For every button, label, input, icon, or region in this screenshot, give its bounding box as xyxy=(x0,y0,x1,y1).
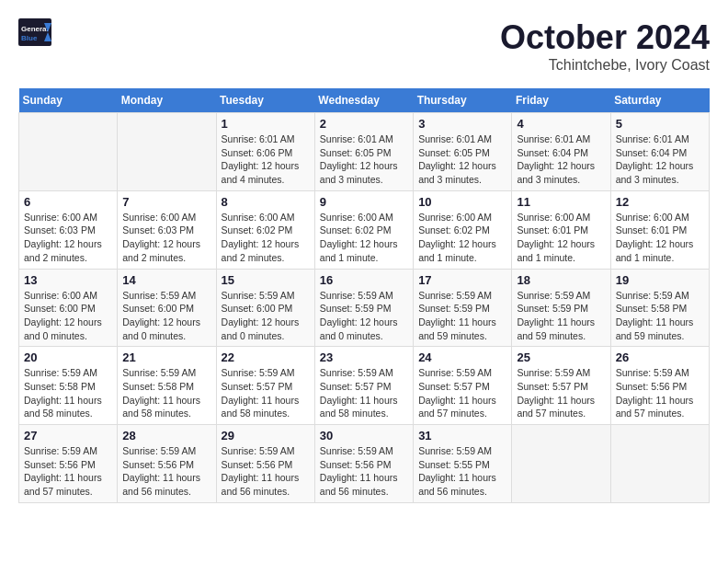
calendar-cell: 1Sunrise: 6:01 AM Sunset: 6:06 PM Daylig… xyxy=(216,113,314,191)
calendar-cell: 10Sunrise: 6:00 AM Sunset: 6:02 PM Dayli… xyxy=(414,190,512,269)
day-info: Sunrise: 6:01 AM Sunset: 6:05 PM Dayligh… xyxy=(320,132,408,187)
day-number: 12 xyxy=(616,195,704,209)
calendar-cell: 11Sunrise: 6:00 AM Sunset: 6:01 PM Dayli… xyxy=(512,190,610,269)
day-info: Sunrise: 5:59 AM Sunset: 5:59 PM Dayligh… xyxy=(517,289,605,343)
day-info: Sunrise: 6:00 AM Sunset: 6:03 PM Dayligh… xyxy=(122,211,210,265)
svg-text:General: General xyxy=(21,25,49,33)
calendar-cell: 20Sunrise: 5:59 AM Sunset: 5:58 PM Dayli… xyxy=(19,347,118,425)
calendar-cell: 29Sunrise: 5:59 AM Sunset: 5:56 PM Dayli… xyxy=(216,425,314,503)
logo-icon: General Blue xyxy=(18,18,51,46)
day-number: 17 xyxy=(418,273,506,287)
calendar-cell: 21Sunrise: 5:59 AM Sunset: 5:58 PM Dayli… xyxy=(118,347,216,425)
day-info: Sunrise: 5:59 AM Sunset: 5:57 PM Dayligh… xyxy=(320,366,408,420)
calendar-cell: 27Sunrise: 5:59 AM Sunset: 5:56 PM Dayli… xyxy=(19,425,118,503)
day-number: 24 xyxy=(418,350,506,364)
page-header: General Blue October 2024 Tchintchebe, I… xyxy=(18,18,710,74)
day-number: 3 xyxy=(418,117,506,131)
day-number: 9 xyxy=(320,195,408,209)
calendar-cell xyxy=(19,113,118,191)
day-number: 20 xyxy=(24,350,112,364)
day-info: Sunrise: 6:00 AM Sunset: 6:02 PM Dayligh… xyxy=(222,211,310,265)
calendar-cell: 12Sunrise: 6:00 AM Sunset: 6:01 PM Dayli… xyxy=(610,190,709,269)
calendar-cell xyxy=(512,425,610,503)
calendar-cell: 6Sunrise: 6:00 AM Sunset: 6:03 PM Daylig… xyxy=(19,190,118,269)
calendar-cell: 2Sunrise: 6:01 AM Sunset: 6:05 PM Daylig… xyxy=(314,113,413,191)
day-number: 13 xyxy=(24,273,112,287)
calendar-cell: 24Sunrise: 5:59 AM Sunset: 5:57 PM Dayli… xyxy=(414,347,512,425)
calendar-cell xyxy=(610,425,709,503)
calendar-cell xyxy=(118,113,216,191)
day-number: 7 xyxy=(122,195,210,209)
calendar-cell: 28Sunrise: 5:59 AM Sunset: 5:56 PM Dayli… xyxy=(118,425,216,503)
calendar-cell: 4Sunrise: 6:01 AM Sunset: 6:04 PM Daylig… xyxy=(512,113,610,191)
day-info: Sunrise: 5:59 AM Sunset: 5:56 PM Dayligh… xyxy=(222,444,310,499)
calendar-cell: 3Sunrise: 6:01 AM Sunset: 6:05 PM Daylig… xyxy=(414,113,512,191)
calendar-week-5: 27Sunrise: 5:59 AM Sunset: 5:56 PM Dayli… xyxy=(19,425,710,503)
calendar-cell: 15Sunrise: 5:59 AM Sunset: 6:00 PM Dayli… xyxy=(216,269,314,347)
day-info: Sunrise: 5:59 AM Sunset: 5:58 PM Dayligh… xyxy=(24,366,112,420)
day-number: 23 xyxy=(320,350,408,364)
calendar-week-4: 20Sunrise: 5:59 AM Sunset: 5:58 PM Dayli… xyxy=(19,347,710,425)
day-info: Sunrise: 5:59 AM Sunset: 5:57 PM Dayligh… xyxy=(222,366,310,420)
day-number: 19 xyxy=(616,273,704,287)
location-title: Tchintchebe, Ivory Coast xyxy=(500,57,710,74)
weekday-header-thursday: Thursday xyxy=(414,88,512,113)
day-number: 31 xyxy=(418,429,506,442)
day-info: Sunrise: 5:59 AM Sunset: 5:59 PM Dayligh… xyxy=(320,289,408,343)
day-info: Sunrise: 5:59 AM Sunset: 5:58 PM Dayligh… xyxy=(122,366,210,420)
day-number: 11 xyxy=(517,195,605,209)
day-info: Sunrise: 5:59 AM Sunset: 5:58 PM Dayligh… xyxy=(616,289,704,343)
day-info: Sunrise: 5:59 AM Sunset: 5:56 PM Dayligh… xyxy=(122,444,210,499)
day-number: 10 xyxy=(418,195,506,209)
calendar-cell: 17Sunrise: 5:59 AM Sunset: 5:59 PM Dayli… xyxy=(414,269,512,347)
weekday-header-sunday: Sunday xyxy=(19,88,118,113)
day-number: 4 xyxy=(517,117,605,131)
calendar-week-2: 6Sunrise: 6:00 AM Sunset: 6:03 PM Daylig… xyxy=(19,190,710,269)
day-info: Sunrise: 6:00 AM Sunset: 6:02 PM Dayligh… xyxy=(418,211,506,265)
weekday-header-monday: Monday xyxy=(118,88,216,113)
weekday-header-row: SundayMondayTuesdayWednesdayThursdayFrid… xyxy=(19,88,710,113)
day-number: 15 xyxy=(222,273,310,287)
calendar-cell: 19Sunrise: 5:59 AM Sunset: 5:58 PM Dayli… xyxy=(610,269,709,347)
day-number: 26 xyxy=(616,350,704,364)
day-info: Sunrise: 6:01 AM Sunset: 6:06 PM Dayligh… xyxy=(222,132,310,187)
day-number: 27 xyxy=(24,429,112,442)
day-number: 2 xyxy=(320,117,408,131)
day-info: Sunrise: 5:59 AM Sunset: 5:56 PM Dayligh… xyxy=(24,444,112,499)
calendar-week-3: 13Sunrise: 6:00 AM Sunset: 6:00 PM Dayli… xyxy=(19,269,710,347)
day-number: 25 xyxy=(517,350,605,364)
svg-text:Blue: Blue xyxy=(21,34,38,42)
weekday-header-tuesday: Tuesday xyxy=(216,88,314,113)
calendar-cell: 18Sunrise: 5:59 AM Sunset: 5:59 PM Dayli… xyxy=(512,269,610,347)
calendar-cell: 23Sunrise: 5:59 AM Sunset: 5:57 PM Dayli… xyxy=(314,347,413,425)
day-info: Sunrise: 5:59 AM Sunset: 5:55 PM Dayligh… xyxy=(418,444,506,499)
day-number: 5 xyxy=(616,117,704,131)
weekday-header-saturday: Saturday xyxy=(610,88,709,113)
weekday-header-wednesday: Wednesday xyxy=(314,88,413,113)
calendar-cell: 30Sunrise: 5:59 AM Sunset: 5:56 PM Dayli… xyxy=(314,425,413,503)
calendar-cell: 22Sunrise: 5:59 AM Sunset: 5:57 PM Dayli… xyxy=(216,347,314,425)
day-info: Sunrise: 6:00 AM Sunset: 6:01 PM Dayligh… xyxy=(517,211,605,265)
day-info: Sunrise: 6:00 AM Sunset: 6:03 PM Dayligh… xyxy=(24,211,112,265)
day-number: 1 xyxy=(222,117,310,131)
month-title: October 2024 xyxy=(500,18,710,57)
day-info: Sunrise: 5:59 AM Sunset: 5:59 PM Dayligh… xyxy=(418,289,506,343)
day-number: 29 xyxy=(222,429,310,442)
calendar-table: SundayMondayTuesdayWednesdayThursdayFrid… xyxy=(18,88,710,503)
day-info: Sunrise: 6:01 AM Sunset: 6:05 PM Dayligh… xyxy=(418,132,506,187)
day-info: Sunrise: 6:00 AM Sunset: 6:01 PM Dayligh… xyxy=(616,211,704,265)
calendar-cell: 8Sunrise: 6:00 AM Sunset: 6:02 PM Daylig… xyxy=(216,190,314,269)
day-number: 8 xyxy=(222,195,310,209)
calendar-cell: 7Sunrise: 6:00 AM Sunset: 6:03 PM Daylig… xyxy=(118,190,216,269)
day-number: 14 xyxy=(122,273,210,287)
day-info: Sunrise: 6:01 AM Sunset: 6:04 PM Dayligh… xyxy=(517,132,605,187)
day-number: 21 xyxy=(122,350,210,364)
day-number: 16 xyxy=(320,273,408,287)
calendar-cell: 26Sunrise: 5:59 AM Sunset: 5:56 PM Dayli… xyxy=(610,347,709,425)
day-info: Sunrise: 6:00 AM Sunset: 6:02 PM Dayligh… xyxy=(320,211,408,265)
day-number: 6 xyxy=(24,195,112,209)
day-info: Sunrise: 5:59 AM Sunset: 6:00 PM Dayligh… xyxy=(222,289,310,343)
day-info: Sunrise: 5:59 AM Sunset: 6:00 PM Dayligh… xyxy=(122,289,210,343)
day-info: Sunrise: 5:59 AM Sunset: 5:56 PM Dayligh… xyxy=(320,444,408,499)
calendar-cell: 16Sunrise: 5:59 AM Sunset: 5:59 PM Dayli… xyxy=(314,269,413,347)
